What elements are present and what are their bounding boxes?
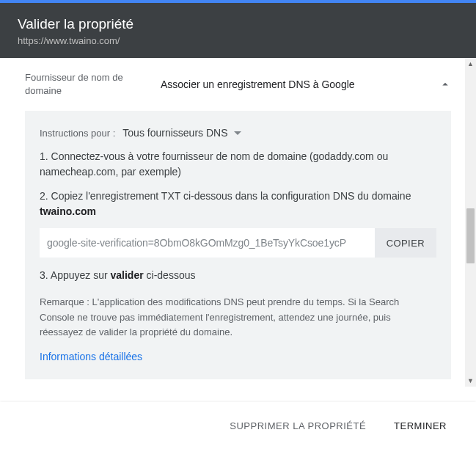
provider-label: Fournisseur de nom de domaine	[25, 71, 161, 98]
step-2-text: 2. Copiez l'enregistrement TXT ci-dessou…	[40, 190, 411, 202]
scrollbar[interactable]: ▲ ▼	[465, 58, 476, 387]
step-2: 2. Copiez l'enregistrement TXT ci-dessou…	[40, 189, 436, 219]
dropdown-icon	[234, 131, 241, 135]
txt-record-row: google-site-verification=8ObmO8kGOmMzg0_…	[40, 228, 436, 258]
scrollbar-thumb[interactable]	[466, 208, 475, 263]
txt-record-value[interactable]: google-site-verification=8ObmO8kGOmMzg0_…	[40, 228, 375, 258]
dialog-header: Valider la propriété https://www.twaino.…	[0, 3, 476, 58]
step-3-bold: valider	[111, 269, 144, 281]
content-area: Fournisseur de nom de domaine Associer u…	[0, 58, 476, 387]
details-link[interactable]: Informations détaillées	[40, 351, 142, 362]
step-3: 3. Appuyez sur valider ci-dessous	[40, 268, 436, 283]
instructions-for-row: Instructions pour : Tous fournisseurs DN…	[40, 127, 436, 139]
remark-text: Remarque : L'application des modificatio…	[40, 295, 436, 339]
dialog-title: Valider la propriété	[18, 16, 458, 32]
dialog-footer: SUPPRIMER LA PROPRIÉTÉ TERMINER	[0, 402, 476, 449]
provider-row[interactable]: Fournisseur de nom de domaine Associer u…	[16, 58, 460, 111]
instructions-panel: Instructions pour : Tous fournisseurs DN…	[25, 111, 451, 379]
dialog-subtitle: https://www.twaino.com/	[18, 35, 458, 46]
dns-provider-select[interactable]: Tous fournisseurs DNS	[122, 127, 241, 139]
step-1: 1. Connectez-vous à votre fournisseur de…	[40, 149, 436, 180]
scrollable-content[interactable]: Fournisseur de nom de domaine Associer u…	[0, 58, 476, 387]
provider-value: Associer un enregistrement DNS à Google	[161, 79, 438, 90]
step-2-domain: twaino.com	[40, 205, 96, 217]
copy-button[interactable]: COPIER	[375, 228, 436, 258]
done-button[interactable]: TERMINER	[387, 415, 454, 437]
scroll-down-icon[interactable]: ▼	[465, 375, 476, 387]
delete-property-button[interactable]: SUPPRIMER LA PROPRIÉTÉ	[222, 415, 373, 437]
step-3-post: ci-dessous	[144, 269, 196, 281]
step-3-pre: 3. Appuyez sur	[40, 269, 111, 281]
dns-provider-select-label: Tous fournisseurs DNS	[122, 127, 227, 139]
chevron-up-icon	[438, 77, 453, 92]
scroll-up-icon[interactable]: ▲	[465, 58, 476, 70]
instructions-prefix: Instructions pour :	[40, 128, 115, 139]
